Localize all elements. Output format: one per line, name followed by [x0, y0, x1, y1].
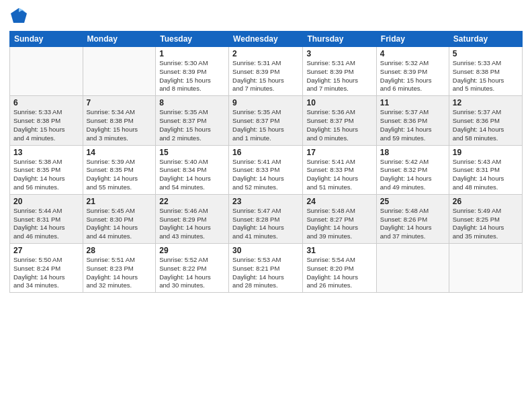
day-number: 5: [453, 49, 519, 58]
calendar-cell: 27Sunrise: 5:50 AM Sunset: 8:24 PM Dayli…: [10, 244, 83, 293]
day-number: 4: [380, 49, 445, 58]
calendar-week-2: 6Sunrise: 5:33 AM Sunset: 8:38 PM Daylig…: [10, 96, 523, 145]
calendar-cell: 4Sunrise: 5:32 AM Sunset: 8:39 PM Daylig…: [376, 47, 449, 96]
calendar-cell: 9Sunrise: 5:35 AM Sunset: 8:37 PM Daylig…: [229, 96, 303, 145]
day-number: 21: [87, 197, 152, 206]
day-info: Sunrise: 5:42 AM Sunset: 8:32 PM Dayligh…: [380, 158, 445, 192]
calendar-week-1: 1Sunrise: 5:30 AM Sunset: 8:39 PM Daylig…: [10, 47, 523, 96]
day-info: Sunrise: 5:54 AM Sunset: 8:20 PM Dayligh…: [306, 256, 372, 290]
calendar-cell: 26Sunrise: 5:49 AM Sunset: 8:25 PM Dayli…: [449, 194, 522, 243]
day-info: Sunrise: 5:37 AM Sunset: 8:36 PM Dayligh…: [380, 108, 445, 142]
calendar-cell: 31Sunrise: 5:54 AM Sunset: 8:20 PM Dayli…: [303, 244, 376, 293]
weekday-header-monday: Monday: [83, 32, 156, 47]
day-number: 24: [306, 197, 372, 206]
calendar-cell: 12Sunrise: 5:37 AM Sunset: 8:36 PM Dayli…: [449, 96, 522, 145]
day-number: 7: [87, 98, 152, 107]
day-info: Sunrise: 5:33 AM Sunset: 8:38 PM Dayligh…: [13, 108, 79, 142]
day-number: 16: [232, 148, 299, 157]
calendar-week-4: 20Sunrise: 5:44 AM Sunset: 8:31 PM Dayli…: [10, 194, 523, 243]
calendar-cell: 17Sunrise: 5:41 AM Sunset: 8:33 PM Dayli…: [303, 145, 376, 194]
page: SundayMondayTuesdayWednesdayThursdayFrid…: [0, 0, 532, 411]
day-info: Sunrise: 5:53 AM Sunset: 8:21 PM Dayligh…: [232, 256, 299, 290]
day-info: Sunrise: 5:33 AM Sunset: 8:38 PM Dayligh…: [453, 59, 519, 93]
calendar-week-5: 27Sunrise: 5:50 AM Sunset: 8:24 PM Dayli…: [10, 244, 523, 293]
day-number: 12: [453, 98, 519, 107]
day-number: 13: [13, 148, 79, 157]
calendar-cell: 14Sunrise: 5:39 AM Sunset: 8:35 PM Dayli…: [83, 145, 156, 194]
day-info: Sunrise: 5:35 AM Sunset: 8:37 PM Dayligh…: [159, 108, 225, 142]
calendar-cell: 20Sunrise: 5:44 AM Sunset: 8:31 PM Dayli…: [10, 194, 83, 243]
calendar-cell: 28Sunrise: 5:51 AM Sunset: 8:23 PM Dayli…: [83, 244, 156, 293]
day-number: 29: [159, 246, 225, 255]
weekday-header-row: SundayMondayTuesdayWednesdayThursdayFrid…: [10, 32, 523, 47]
day-info: Sunrise: 5:43 AM Sunset: 8:31 PM Dayligh…: [453, 158, 519, 192]
calendar-cell: 5Sunrise: 5:33 AM Sunset: 8:38 PM Daylig…: [449, 47, 522, 96]
day-info: Sunrise: 5:52 AM Sunset: 8:22 PM Dayligh…: [159, 256, 225, 290]
day-number: 28: [87, 246, 152, 255]
day-info: Sunrise: 5:46 AM Sunset: 8:29 PM Dayligh…: [159, 207, 225, 241]
day-number: 2: [232, 49, 299, 58]
day-info: Sunrise: 5:49 AM Sunset: 8:25 PM Dayligh…: [453, 207, 519, 241]
day-info: Sunrise: 5:47 AM Sunset: 8:28 PM Dayligh…: [232, 207, 299, 241]
weekday-header-saturday: Saturday: [449, 32, 522, 47]
calendar-cell: 21Sunrise: 5:45 AM Sunset: 8:30 PM Dayli…: [83, 194, 156, 243]
calendar-cell: 3Sunrise: 5:31 AM Sunset: 8:39 PM Daylig…: [303, 47, 376, 96]
calendar-cell: 23Sunrise: 5:47 AM Sunset: 8:28 PM Dayli…: [229, 194, 303, 243]
calendar-cell: 7Sunrise: 5:34 AM Sunset: 8:38 PM Daylig…: [83, 96, 156, 145]
weekday-header-tuesday: Tuesday: [156, 32, 229, 47]
day-info: Sunrise: 5:38 AM Sunset: 8:35 PM Dayligh…: [13, 158, 79, 192]
day-info: Sunrise: 5:51 AM Sunset: 8:23 PM Dayligh…: [87, 256, 152, 290]
calendar-cell: [10, 47, 83, 96]
day-info: Sunrise: 5:40 AM Sunset: 8:34 PM Dayligh…: [159, 158, 225, 192]
calendar-cell: 11Sunrise: 5:37 AM Sunset: 8:36 PM Dayli…: [376, 96, 449, 145]
calendar-cell: 15Sunrise: 5:40 AM Sunset: 8:34 PM Dayli…: [156, 145, 229, 194]
calendar-cell: 30Sunrise: 5:53 AM Sunset: 8:21 PM Dayli…: [229, 244, 303, 293]
day-number: 14: [87, 148, 152, 157]
day-info: Sunrise: 5:32 AM Sunset: 8:39 PM Dayligh…: [380, 59, 445, 93]
day-info: Sunrise: 5:36 AM Sunset: 8:37 PM Dayligh…: [306, 108, 372, 142]
calendar-cell: 18Sunrise: 5:42 AM Sunset: 8:32 PM Dayli…: [376, 145, 449, 194]
day-number: 9: [232, 98, 299, 107]
calendar-cell: 1Sunrise: 5:30 AM Sunset: 8:39 PM Daylig…: [156, 47, 229, 96]
day-info: Sunrise: 5:50 AM Sunset: 8:24 PM Dayligh…: [13, 256, 79, 290]
day-info: Sunrise: 5:39 AM Sunset: 8:35 PM Dayligh…: [87, 158, 152, 192]
day-number: 8: [159, 98, 225, 107]
day-info: Sunrise: 5:35 AM Sunset: 8:37 PM Dayligh…: [232, 108, 299, 142]
day-number: 18: [380, 148, 445, 157]
day-info: Sunrise: 5:31 AM Sunset: 8:39 PM Dayligh…: [232, 59, 299, 93]
day-number: 22: [159, 197, 225, 206]
calendar-week-3: 13Sunrise: 5:38 AM Sunset: 8:35 PM Dayli…: [10, 145, 523, 194]
weekday-header-friday: Friday: [376, 32, 449, 47]
day-info: Sunrise: 5:45 AM Sunset: 8:30 PM Dayligh…: [87, 207, 152, 241]
calendar-cell: 25Sunrise: 5:48 AM Sunset: 8:26 PM Dayli…: [376, 194, 449, 243]
calendar-cell: [83, 47, 156, 96]
day-number: 10: [306, 98, 372, 107]
logo-icon: [9, 7, 28, 26]
calendar-cell: 8Sunrise: 5:35 AM Sunset: 8:37 PM Daylig…: [156, 96, 229, 145]
day-number: 15: [159, 148, 225, 157]
day-number: 1: [159, 49, 225, 58]
calendar-cell: 29Sunrise: 5:52 AM Sunset: 8:22 PM Dayli…: [156, 244, 229, 293]
calendar-cell: 6Sunrise: 5:33 AM Sunset: 8:38 PM Daylig…: [10, 96, 83, 145]
calendar-cell: 10Sunrise: 5:36 AM Sunset: 8:37 PM Dayli…: [303, 96, 376, 145]
day-info: Sunrise: 5:31 AM Sunset: 8:39 PM Dayligh…: [306, 59, 372, 93]
day-info: Sunrise: 5:44 AM Sunset: 8:31 PM Dayligh…: [13, 207, 79, 241]
weekday-header-thursday: Thursday: [303, 32, 376, 47]
calendar-cell: 13Sunrise: 5:38 AM Sunset: 8:35 PM Dayli…: [10, 145, 83, 194]
calendar-cell: 24Sunrise: 5:48 AM Sunset: 8:27 PM Dayli…: [303, 194, 376, 243]
day-info: Sunrise: 5:41 AM Sunset: 8:33 PM Dayligh…: [306, 158, 372, 192]
day-number: 27: [13, 246, 79, 255]
day-number: 11: [380, 98, 445, 107]
calendar-cell: 16Sunrise: 5:41 AM Sunset: 8:33 PM Dayli…: [229, 145, 303, 194]
calendar-cell: [376, 244, 449, 293]
calendar-cell: [449, 244, 522, 293]
day-number: 6: [13, 98, 79, 107]
day-number: 25: [380, 197, 445, 206]
day-number: 23: [232, 197, 299, 206]
calendar-cell: 19Sunrise: 5:43 AM Sunset: 8:31 PM Dayli…: [449, 145, 522, 194]
weekday-header-wednesday: Wednesday: [229, 32, 303, 47]
day-info: Sunrise: 5:48 AM Sunset: 8:26 PM Dayligh…: [380, 207, 445, 241]
calendar-table: SundayMondayTuesdayWednesdayThursdayFrid…: [9, 31, 523, 293]
day-info: Sunrise: 5:34 AM Sunset: 8:38 PM Dayligh…: [87, 108, 152, 142]
day-number: 17: [306, 148, 372, 157]
